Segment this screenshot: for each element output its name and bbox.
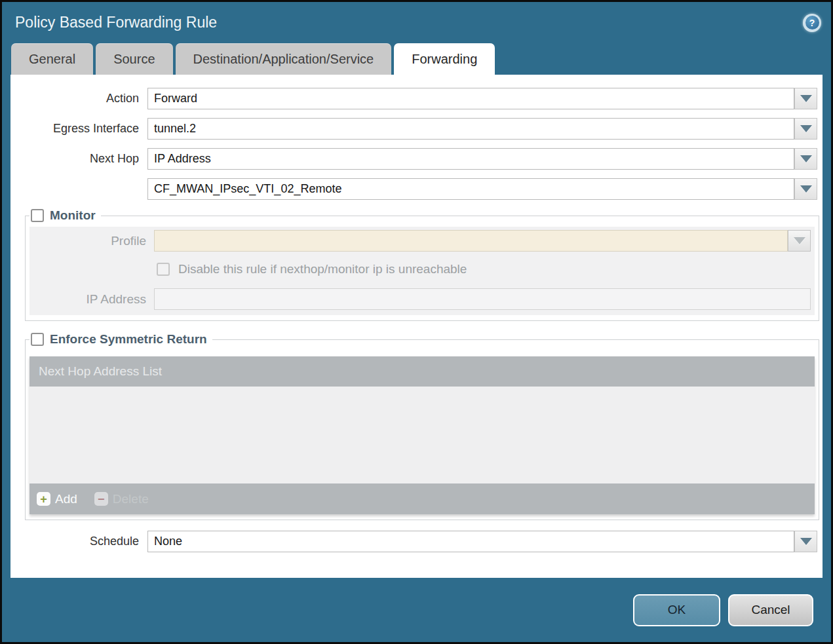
action-dropdown-button[interactable] bbox=[794, 88, 817, 109]
chevron-down-icon bbox=[800, 538, 812, 545]
symmetric-return-legend: Enforce Symmetric Return bbox=[29, 332, 212, 347]
monitor-legend-label: Monitor bbox=[50, 208, 96, 223]
next-hop-address-dropdown-button[interactable] bbox=[794, 178, 817, 200]
tab-destination-application-service[interactable]: Destination/Application/Service bbox=[176, 43, 392, 75]
egress-interface-label: Egress Interface bbox=[10, 122, 147, 136]
action-row: Action Forward bbox=[10, 88, 817, 109]
tab-forwarding[interactable]: Forwarding bbox=[394, 43, 495, 75]
schedule-row: Schedule None bbox=[10, 531, 817, 552]
delete-button-label: Delete bbox=[113, 492, 149, 506]
egress-interface-row: Egress Interface tunnel.2 bbox=[10, 118, 817, 140]
monitor-profile-dropdown-button bbox=[788, 230, 811, 252]
help-button[interactable]: ? bbox=[803, 14, 821, 32]
delete-button: − Delete bbox=[94, 492, 149, 506]
next-hop-type-select[interactable]: IP Address bbox=[147, 148, 794, 170]
help-icon: ? bbox=[805, 16, 819, 29]
chevron-down-icon bbox=[800, 185, 812, 193]
minus-icon: − bbox=[98, 493, 105, 505]
monitor-ip-input bbox=[154, 288, 811, 310]
pbf-rule-dialog: Policy Based Forwarding Rule ? General S… bbox=[0, 0, 833, 644]
monitor-panel: Profile Disable this rule if nexthop/mon… bbox=[29, 227, 815, 315]
dialog-footer: OK Cancel bbox=[2, 578, 831, 642]
add-button[interactable]: + Add bbox=[37, 492, 77, 506]
next-hop-row: Next Hop IP Address bbox=[10, 148, 817, 170]
schedule-label: Schedule bbox=[10, 535, 147, 548]
symmetric-return-fieldset: Enforce Symmetric Return Next Hop Addres… bbox=[25, 332, 819, 520]
next-hop-address-select[interactable]: CF_MWAN_IPsec_VTI_02_Remote bbox=[147, 178, 794, 200]
tab-general[interactable]: General bbox=[11, 43, 93, 75]
action-label: Action bbox=[10, 92, 147, 105]
schedule-dropdown-button[interactable] bbox=[794, 531, 817, 552]
monitor-legend: Monitor bbox=[29, 208, 101, 223]
symmetric-return-legend-label: Enforce Symmetric Return bbox=[50, 332, 207, 347]
next-hop-address-list-header: Next Hop Address List bbox=[29, 356, 815, 387]
cancel-button[interactable]: Cancel bbox=[728, 594, 813, 626]
monitor-disable-row: Disable this rule if nexthop/monitor ip … bbox=[157, 262, 811, 276]
monitor-profile-label: Profile bbox=[29, 234, 154, 248]
forwarding-tab-panel: Action Forward Egress Interface tunnel.2… bbox=[10, 75, 823, 578]
chevron-down-icon bbox=[800, 125, 812, 132]
monitor-ip-row: IP Address bbox=[29, 288, 811, 310]
chevron-down-icon bbox=[800, 95, 812, 102]
plus-icon: + bbox=[40, 493, 47, 505]
add-button-label: Add bbox=[55, 492, 77, 506]
egress-interface-select[interactable]: tunnel.2 bbox=[147, 118, 794, 140]
action-select[interactable]: Forward bbox=[147, 88, 794, 109]
tab-bar: General Source Destination/Application/S… bbox=[2, 43, 831, 75]
egress-interface-dropdown-button[interactable] bbox=[794, 118, 817, 140]
dialog-titlebar: Policy Based Forwarding Rule ? bbox=[2, 2, 831, 43]
monitor-profile-row: Profile bbox=[29, 230, 811, 252]
monitor-profile-select bbox=[154, 230, 788, 252]
next-hop-address-list-footer: + Add − Delete bbox=[29, 483, 815, 514]
schedule-select[interactable]: None bbox=[147, 531, 794, 552]
next-hop-address-row: CF_MWAN_IPsec_VTI_02_Remote bbox=[10, 178, 817, 200]
next-hop-address-list-body[interactable] bbox=[29, 387, 815, 483]
monitor-fieldset: Monitor Profile Disable this rule if nex… bbox=[25, 208, 819, 321]
next-hop-address-list-table: Next Hop Address List + Add − Delete bbox=[29, 356, 815, 514]
monitor-checkbox[interactable] bbox=[31, 209, 44, 222]
dialog-title: Policy Based Forwarding Rule bbox=[15, 14, 217, 31]
next-hop-type-dropdown-button[interactable] bbox=[794, 148, 817, 170]
disable-rule-checkbox bbox=[157, 263, 170, 276]
monitor-ip-label: IP Address bbox=[29, 292, 154, 307]
symmetric-return-checkbox[interactable] bbox=[31, 333, 44, 346]
chevron-down-icon bbox=[800, 155, 812, 162]
next-hop-label: Next Hop bbox=[10, 152, 147, 166]
tab-source[interactable]: Source bbox=[96, 43, 172, 75]
disable-rule-label: Disable this rule if nexthop/monitor ip … bbox=[178, 262, 467, 276]
chevron-down-icon bbox=[794, 237, 805, 244]
ok-button[interactable]: OK bbox=[633, 594, 720, 626]
